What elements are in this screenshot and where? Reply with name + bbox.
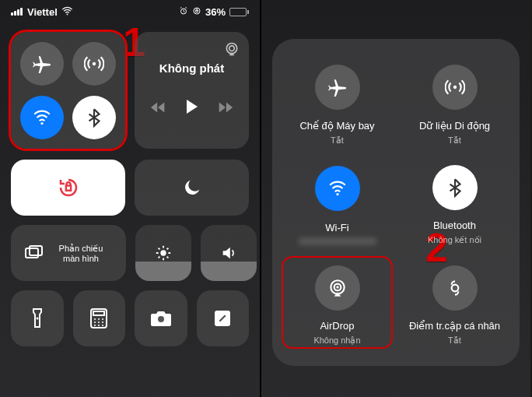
music-title: Không phát — [159, 61, 224, 75]
brightness-icon — [155, 244, 172, 262]
brightness-slider[interactable] — [135, 225, 191, 281]
wifi-icon — [32, 107, 52, 128]
airplane-title: Chế độ Máy bay — [299, 120, 374, 132]
rotation-lock-toggle[interactable] — [11, 160, 125, 216]
airdrop-control[interactable]: AirDrop Không nhận — [282, 256, 393, 349]
svg-rect-9 — [26, 248, 38, 258]
screen-mirror-icon — [25, 245, 44, 261]
bluetooth-icon — [445, 177, 465, 198]
cellular-icon — [84, 54, 104, 74]
alarm-icon — [179, 6, 188, 18]
airplay-icon[interactable] — [224, 41, 240, 60]
wifi-toggle[interactable] — [20, 96, 64, 139]
do-not-disturb-toggle[interactable] — [135, 160, 249, 216]
signal-bars-icon — [11, 6, 23, 18]
wifi-icon — [327, 178, 348, 198]
wifi-title: Wi-Fi — [325, 222, 348, 234]
airplane-mode-control[interactable]: Chế độ Máy bay Tắt — [282, 56, 393, 149]
svg-point-4 — [93, 61, 96, 65]
svg-rect-3 — [196, 11, 198, 12]
carrier-name: Viettel — [27, 6, 58, 18]
svg-point-15 — [94, 318, 96, 320]
volume-icon — [220, 244, 237, 262]
music-tile[interactable]: Không phát — [135, 32, 249, 149]
svg-point-16 — [98, 318, 100, 320]
cellular-sub: Tắt — [448, 135, 461, 146]
hotspot-icon — [445, 278, 465, 298]
previous-track-button[interactable] — [150, 99, 167, 119]
svg-point-24 — [157, 315, 165, 323]
bluetooth-sub: Không kết nối — [428, 235, 481, 245]
connectivity-tile[interactable] — [11, 32, 125, 149]
calculator-icon — [90, 308, 107, 328]
svg-point-27 — [336, 193, 338, 195]
wifi-status-icon — [61, 6, 73, 18]
svg-point-11 — [160, 250, 166, 255]
notes-icon — [213, 309, 232, 328]
svg-point-17 — [102, 318, 103, 320]
airdrop-title: AirDrop — [320, 320, 354, 332]
svg-rect-8 — [65, 186, 70, 191]
svg-point-5 — [40, 121, 43, 124]
hotspot-sub: Tắt — [448, 336, 461, 346]
svg-rect-14 — [93, 311, 104, 315]
airplane-icon — [327, 77, 348, 97]
svg-point-23 — [102, 325, 103, 326]
svg-rect-10 — [30, 246, 42, 255]
camera-button[interactable] — [135, 290, 187, 346]
battery-icon — [229, 8, 249, 16]
svg-point-20 — [102, 321, 103, 323]
wifi-sub — [299, 237, 376, 245]
cellular-data-toggle[interactable] — [72, 42, 116, 86]
flashlight-button[interactable] — [11, 290, 64, 346]
svg-point-26 — [453, 86, 456, 89]
status-bar: Viettel 36% — [0, 0, 260, 21]
svg-point-0 — [66, 13, 68, 15]
svg-point-22 — [98, 325, 100, 326]
cellular-title: Dữ liệu Di động — [419, 120, 490, 132]
battery-percent: 36% — [205, 6, 226, 18]
next-track-button[interactable] — [217, 99, 234, 119]
airplane-mode-toggle[interactable] — [20, 42, 64, 86]
svg-point-12 — [36, 318, 38, 320]
svg-point-18 — [94, 321, 96, 323]
bluetooth-title: Bluetooth — [433, 220, 476, 231]
airdrop-icon — [327, 278, 348, 298]
hotspot-control[interactable]: Điểm tr.cập cá nhân Tắt — [399, 256, 510, 349]
flashlight-icon — [32, 307, 43, 329]
wifi-control[interactable]: Wi-Fi — [282, 156, 393, 249]
bluetooth-icon — [84, 107, 104, 128]
play-button[interactable] — [184, 98, 200, 120]
bluetooth-control[interactable]: Bluetooth Không kết nối — [399, 156, 510, 249]
cellular-icon — [445, 77, 465, 97]
airplane-sub: Tắt — [331, 135, 344, 146]
screen-mirroring-label: Phản chiếu màn hình — [50, 244, 112, 263]
connectivity-expanded: Chế độ Máy bay Tắt Dữ liệu Di động Tắt W… — [272, 39, 520, 366]
moon-icon — [181, 177, 203, 198]
cellular-control[interactable]: Dữ liệu Di động Tắt — [399, 56, 510, 149]
svg-point-19 — [98, 321, 100, 323]
lock-icon — [192, 6, 201, 18]
screen-mirroring-button[interactable]: Phản chiếu màn hình — [11, 225, 126, 281]
svg-point-21 — [94, 325, 96, 326]
camera-icon — [150, 310, 172, 327]
volume-slider[interactable] — [201, 225, 257, 281]
rotation-lock-icon — [57, 176, 80, 199]
hotspot-title: Điểm tr.cập cá nhân — [409, 320, 500, 332]
svg-point-6 — [226, 44, 236, 54]
svg-point-30 — [336, 286, 338, 288]
airdrop-sub: Không nhận — [313, 336, 360, 346]
airplane-icon — [32, 54, 52, 74]
calculator-button[interactable] — [73, 290, 126, 346]
svg-point-7 — [229, 46, 235, 51]
bluetooth-toggle[interactable] — [72, 96, 116, 139]
notes-button[interactable] — [197, 290, 250, 346]
